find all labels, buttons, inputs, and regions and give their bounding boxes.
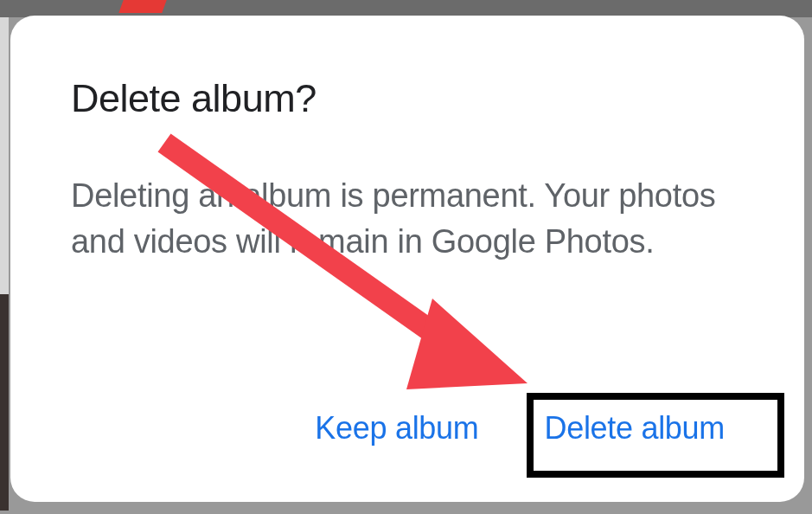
keep-album-button[interactable]: Keep album xyxy=(296,398,497,459)
dialog-actions: Keep album Delete album xyxy=(71,398,744,459)
backdrop-strip xyxy=(0,294,9,511)
delete-album-button[interactable]: Delete album xyxy=(525,398,744,459)
backdrop-strip xyxy=(0,17,9,294)
backdrop-strip xyxy=(118,0,166,13)
dialog-body-text: Deleting an album is permanent. Your pho… xyxy=(71,173,744,265)
delete-album-dialog: Delete album? Deleting an album is perma… xyxy=(10,16,804,502)
dialog-title: Delete album? xyxy=(71,76,744,121)
